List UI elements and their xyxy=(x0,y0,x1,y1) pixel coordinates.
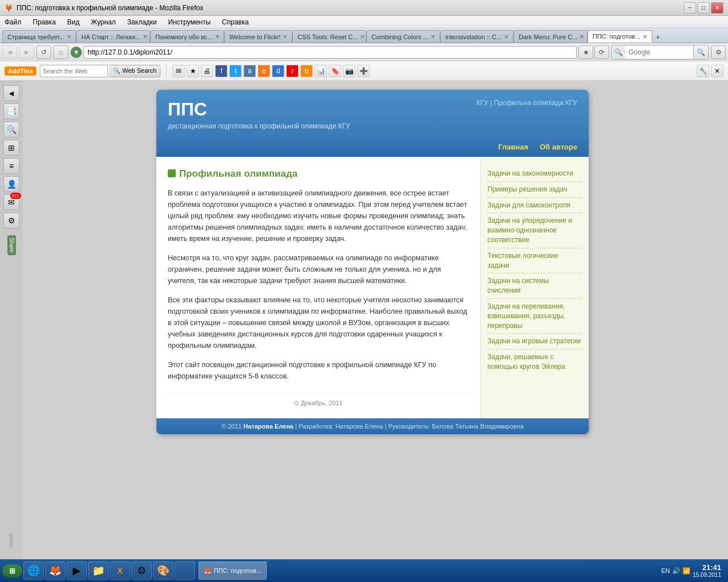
toolbar-separator xyxy=(166,64,167,78)
other-icon3[interactable]: 🔖 xyxy=(329,65,341,77)
menu-history[interactable]: Журнал xyxy=(89,17,118,27)
tab-close-2[interactable]: ✕ xyxy=(215,34,220,40)
add-icon[interactable]: ➕ xyxy=(357,65,370,77)
twitter-icon[interactable]: t xyxy=(229,65,242,77)
home-button[interactable]: ⌂ xyxy=(53,45,68,59)
tab-close-3[interactable]: ✕ xyxy=(283,34,287,40)
minimize-button[interactable]: − xyxy=(684,2,696,14)
sidebar-link-0[interactable]: Задачи на закономерности xyxy=(487,166,582,182)
forward-button[interactable]: ► xyxy=(19,45,34,59)
tab-8[interactable]: ППС: подготов... ✕ xyxy=(588,30,652,43)
refresh-button[interactable]: ↺ xyxy=(36,45,51,59)
tab-0[interactable]: Страница требует... ✕ xyxy=(2,30,76,43)
menu-bookmarks[interactable]: Закладки xyxy=(125,17,159,27)
tool-settings-icon[interactable]: 🔧 xyxy=(697,65,709,77)
fb-icon[interactable]: f xyxy=(215,65,228,77)
menu-view[interactable]: Вид xyxy=(65,17,82,27)
nav-home[interactable]: Главная xyxy=(498,143,528,151)
reload-button[interactable]: ⟳ xyxy=(594,45,609,59)
vk-icon[interactable]: в xyxy=(243,65,256,77)
new-tab-button[interactable]: + xyxy=(652,31,664,43)
web-search-input[interactable] xyxy=(40,65,108,77)
yoono-logo: yoono xyxy=(9,534,14,548)
tab-label-5: Combining Colors ... xyxy=(371,34,428,40)
footer-credits: | Разработка: Натарова Елена | Руководит… xyxy=(295,423,524,430)
tab-close-7[interactable]: ✕ xyxy=(580,34,584,40)
site-tagline: дистанционная подготовка к профильной ол… xyxy=(168,122,350,137)
menu-edit[interactable]: Правка xyxy=(31,17,59,27)
menu-file[interactable]: Файл xyxy=(2,17,24,27)
menu-help[interactable]: Справка xyxy=(220,17,251,27)
sidebar-grid[interactable]: ⊞ xyxy=(3,140,19,156)
share-button[interactable]: Share xyxy=(7,235,16,255)
menu-tools[interactable]: Инструменты xyxy=(166,17,213,27)
content-footer: ⊙ Декабрь, 2011 xyxy=(168,393,469,407)
site-header-top: ППС дистанционная подготовка к профильно… xyxy=(168,99,577,137)
back-button[interactable]: ◄ xyxy=(2,45,17,59)
nav-about[interactable]: Об авторе xyxy=(540,143,577,151)
tab-label-4: CSS Tools: Reset C... xyxy=(297,34,358,40)
tab-5[interactable]: Combining Colors ... ✕ xyxy=(366,30,440,43)
search-submit-button[interactable]: 🔍 xyxy=(693,45,708,59)
other-icon1[interactable]: r xyxy=(286,65,299,77)
content-title: Профильная олимпиада xyxy=(168,168,469,180)
blogger-icon[interactable]: b xyxy=(300,65,313,77)
tab-close-5[interactable]: ✕ xyxy=(431,34,435,40)
sidebar-nav-back[interactable]: ◄ xyxy=(3,85,19,101)
close-button[interactable]: ✕ xyxy=(711,2,723,14)
tab-7[interactable]: Dark Menu: Pure C... ✕ xyxy=(514,30,588,43)
delicious-icon[interactable]: d xyxy=(272,65,284,77)
mail-badge: 521 xyxy=(10,193,21,199)
sidebar-link-8[interactable]: Задачи, решаемые с помощью кругов Эйлера xyxy=(487,350,582,375)
tab-close-4[interactable]: ✕ xyxy=(360,34,365,40)
sidebar-user[interactable]: 👤 xyxy=(3,176,19,192)
address-input[interactable] xyxy=(84,46,577,59)
firefox-icon: 🦊 xyxy=(5,4,13,12)
titlebar-left: 🦊 ППС: подготовка к профильной олимпиаде… xyxy=(5,4,203,12)
site-nav: Главная Об авторе xyxy=(156,137,589,157)
sidebar-link-7[interactable]: Задачи на игровые стратегии xyxy=(487,334,582,350)
tab-label-8: ППС: подготов... xyxy=(593,33,640,40)
sidebar-link-5[interactable]: Задачи на системы счисления xyxy=(487,273,582,299)
email-icon[interactable]: ✉ xyxy=(172,65,185,77)
tab-6[interactable]: intensivstation :: C... ✕ xyxy=(440,30,514,43)
web-search-button[interactable]: 🔍 Web Search xyxy=(109,65,160,77)
site-header-links[interactable]: КГУ | Профильна олімпіада КГУ xyxy=(476,99,577,107)
sidebar-bookmark[interactable]: 📑 xyxy=(3,103,19,119)
tab-close-6[interactable]: ✕ xyxy=(504,34,508,40)
tab-label-7: Dark Menu: Pure C... xyxy=(519,34,577,40)
maximize-button[interactable]: □ xyxy=(697,2,710,14)
tab-close-1[interactable]: ✕ xyxy=(143,34,147,40)
sidebar-settings[interactable]: ⚙ xyxy=(3,213,19,228)
tab-close-8[interactable]: ✕ xyxy=(643,34,647,40)
settings-button[interactable]: ⚙ xyxy=(711,45,726,59)
other-icon4[interactable]: 📷 xyxy=(343,65,355,77)
tab-close-0[interactable]: ✕ xyxy=(67,34,71,40)
tool-close-icon[interactable]: ✕ xyxy=(711,65,723,77)
ok-icon[interactable]: o xyxy=(258,65,270,77)
sidebar-link-1[interactable]: Примеры решения задач xyxy=(487,182,582,198)
sidebar-link-2[interactable]: Задачи для самоконтроля xyxy=(487,198,582,214)
sidebar-link-3[interactable]: Задачи на упорядочение и взаимно-однозна… xyxy=(487,213,582,248)
content-para-0: В связи с актуализацией и активизацией о… xyxy=(168,188,469,244)
tab-label-0: Страница требует... xyxy=(7,34,64,40)
tab-3[interactable]: Welcome to Flickr! ✕ xyxy=(224,30,292,43)
star-icon[interactable]: ★ xyxy=(187,65,199,77)
sidebar-zoom-in[interactable]: 🔍 xyxy=(3,122,19,138)
menubar: Файл Правка Вид Журнал Закладки Инструме… xyxy=(0,16,728,28)
toolbar-right: 🔧 ✕ xyxy=(697,65,723,77)
addthis-button[interactable]: AddThis xyxy=(5,66,36,76)
sidebar-mail[interactable]: ✉ 521 xyxy=(3,194,19,210)
sidebar-link-6[interactable]: Задачи на переливания, взвешивания, разъ… xyxy=(487,299,582,334)
other-icon2[interactable]: 📊 xyxy=(315,65,327,77)
sidebar-list[interactable]: ≡ xyxy=(3,158,19,174)
titlebar-controls: − □ ✕ xyxy=(684,2,723,14)
print-icon[interactable]: 🖨 xyxy=(201,65,213,77)
tab-4[interactable]: CSS Tools: Reset C... ✕ xyxy=(292,30,366,43)
tab-2[interactable]: Понемногу обо вс... ✕ xyxy=(150,30,224,43)
star-button[interactable]: ★ xyxy=(578,45,593,59)
tab-1[interactable]: НА Старт :: Легкая... ✕ xyxy=(76,30,150,43)
browser-search-input[interactable] xyxy=(625,46,693,59)
location-icon xyxy=(71,47,82,58)
sidebar-link-4[interactable]: Текстовые логические задачи xyxy=(487,248,582,274)
